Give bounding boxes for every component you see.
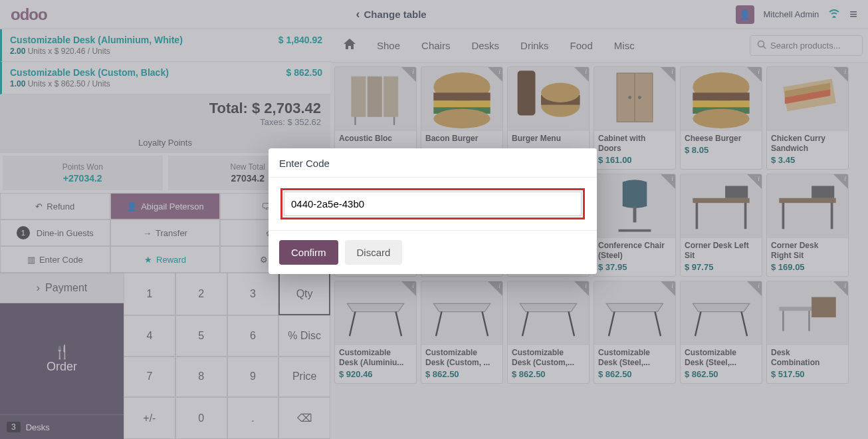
confirm-button[interactable]: Confirm xyxy=(279,240,338,265)
modal-title: Enter Code xyxy=(269,148,597,178)
code-input[interactable] xyxy=(284,192,582,216)
discard-button[interactable]: Discard xyxy=(345,240,403,265)
enter-code-modal: Enter Code Confirm Discard xyxy=(269,148,597,274)
